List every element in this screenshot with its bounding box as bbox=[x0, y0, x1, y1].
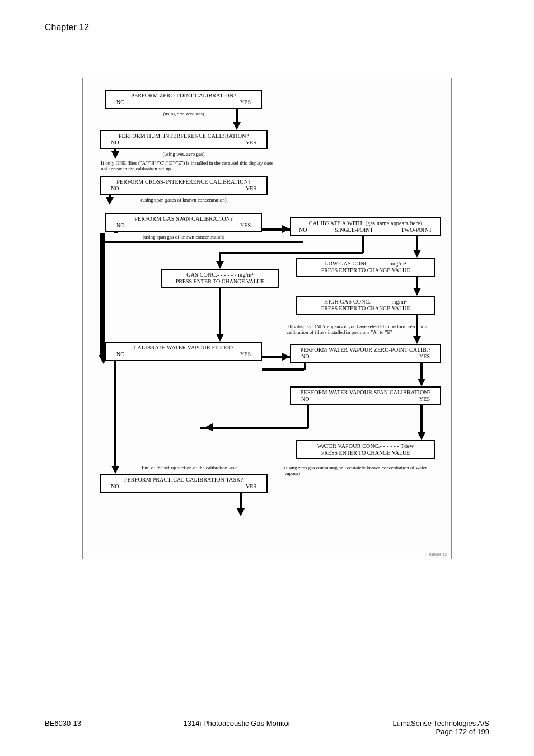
chapter-heading: Chapter 12 bbox=[45, 22, 489, 32]
hum-interference-note: (using wet, zero gas) bbox=[139, 151, 228, 157]
footer-company: LumaSense Technologies A/S bbox=[393, 719, 490, 727]
calibration-flowchart: PERFORM ZERO-POINT CALIBRATION? NO YES (… bbox=[82, 78, 452, 559]
top-rule bbox=[45, 44, 489, 44]
display-only-note: This display ONLY appears if you have se… bbox=[287, 324, 443, 335]
gas-span-question: PERFORM GAS SPAN CALIBRATION? bbox=[106, 214, 261, 222]
arrow-down-icon bbox=[106, 197, 114, 205]
connector-line bbox=[236, 109, 238, 123]
high-gas-conc-label: HIGH GAS CONC.- - - - - - mg/m³ bbox=[297, 297, 434, 305]
gas-span-yes: YES bbox=[240, 222, 251, 228]
wv-conc-note: (using zero gas containing an accurately… bbox=[284, 465, 441, 476]
high-gas-conc-prompt: PRESS ENTER TO CHANGE VALUE bbox=[297, 305, 434, 314]
wv-conc-box: WATER VAPOUR CONC.- - - - - - Tdew PRESS… bbox=[296, 440, 435, 459]
arrow-down-icon bbox=[413, 250, 421, 258]
wv-span-yes: YES bbox=[419, 396, 430, 402]
cross-interference-question: PERFORM CROSS-INTERFERENCE CALIBRATION? bbox=[101, 177, 266, 185]
connector-line bbox=[262, 368, 304, 371]
wv-filter-box: CALIBRATE WATER VAPOUR FILTER? NO YES bbox=[105, 342, 262, 361]
low-gas-conc-prompt: PRESS ENTER TO CHANGE VALUE bbox=[297, 267, 434, 276]
arrow-right-icon bbox=[282, 353, 290, 361]
connector-line bbox=[114, 231, 118, 233]
arrow-down-icon bbox=[418, 432, 425, 440]
gas-span-box: PERFORM GAS SPAN CALIBRATION? NO YES bbox=[105, 213, 262, 232]
gas-conc-prompt: PRESS ENTER TO CHANGE VALUE bbox=[162, 278, 278, 287]
end-setup-note: End of the set-up section of the calibra… bbox=[116, 465, 262, 470]
cross-interference-box: PERFORM CROSS-INTERFERENCE CALIBRATION? … bbox=[100, 176, 268, 195]
wv-conc-prompt: PRESS ENTER TO CHANGE VALUE bbox=[297, 450, 434, 458]
cross-interference-yes: YES bbox=[246, 185, 256, 192]
connector-line bbox=[304, 363, 306, 370]
connector-line bbox=[420, 405, 423, 433]
connector-line bbox=[420, 363, 423, 380]
zero-point-yes: YES bbox=[240, 99, 251, 105]
calibrate-a-two: TWO-POINT bbox=[401, 227, 432, 233]
wv-filter-question: CALIBRATE WATER VAPOUR FILTER? bbox=[106, 343, 261, 351]
practical-yes: YES bbox=[246, 483, 256, 489]
connector-line bbox=[240, 493, 242, 510]
arrow-down-icon bbox=[413, 288, 421, 296]
arrow-left-icon bbox=[205, 423, 213, 431]
footer-doc-id: BE6030-13 bbox=[45, 719, 81, 736]
cross-interference-no: NO bbox=[111, 185, 119, 192]
connector-line bbox=[416, 236, 418, 251]
document-code: 930109_12 bbox=[429, 552, 447, 557]
connector-trunk bbox=[100, 233, 105, 356]
wv-span-box: PERFORM WATER VAPOUR SPAN CALIBRATION? N… bbox=[290, 386, 441, 405]
gas-conc-box: GAS CONC.- - - - - - mg/m³ PRESS ENTER T… bbox=[161, 269, 279, 288]
wv-zero-question: PERFORM WATER VAPOUR ZERO-POINT CALIB.? bbox=[291, 345, 440, 353]
arrow-down-icon bbox=[111, 151, 119, 159]
bottom-rule bbox=[45, 713, 489, 713]
gas-span-note: (using span gas of known concentration) bbox=[128, 234, 240, 240]
wv-conc-label: WATER VAPOUR CONC.- - - - - - Tdew bbox=[297, 441, 434, 450]
arrow-down-icon bbox=[216, 334, 224, 342]
low-gas-conc-label: LOW GAS CONC.- - - - - - mg/m³ bbox=[297, 259, 434, 267]
gas-span-no: NO bbox=[116, 222, 124, 228]
wv-span-no: NO bbox=[301, 396, 309, 402]
wv-filter-yes: YES bbox=[240, 351, 251, 357]
arrow-down-icon bbox=[413, 336, 421, 344]
document-footer: BE6030-13 1314i Photoacoustic Gas Monito… bbox=[45, 719, 489, 736]
footer-page: Page 172 of 199 bbox=[393, 727, 490, 736]
high-gas-conc-box: HIGH GAS CONC.- - - - - - mg/m³ PRESS EN… bbox=[296, 296, 435, 315]
wv-zero-no: NO bbox=[301, 353, 309, 360]
wv-zero-box: PERFORM WATER VAPOUR ZERO-POINT CALIB.? … bbox=[290, 344, 441, 363]
hum-interference-no: NO bbox=[111, 139, 119, 146]
arrow-down-icon bbox=[418, 379, 425, 386]
arrow-right-icon bbox=[282, 225, 290, 233]
low-gas-conc-box: LOW GAS CONC.- - - - - - mg/m³ PRESS ENT… bbox=[296, 258, 435, 277]
gas-conc-label: GAS CONC.- - - - - - mg/m³ bbox=[162, 270, 278, 278]
connector-line bbox=[219, 252, 363, 254]
arrow-down-icon bbox=[233, 122, 241, 130]
wv-span-question: PERFORM WATER VAPOUR SPAN CALIBRATION? bbox=[291, 388, 440, 396]
connector-line bbox=[219, 288, 221, 335]
practical-box: PERFORM PRACTICAL CALIBRATION TASK? NO Y… bbox=[100, 474, 268, 493]
cross-interference-note: (using span gases of known concentration… bbox=[128, 197, 240, 203]
connector-line bbox=[114, 361, 116, 467]
wv-zero-yes: YES bbox=[419, 353, 430, 360]
practical-question: PERFORM PRACTICAL CALIBRATION TASK? bbox=[101, 475, 266, 483]
calibrate-a-single: SINGLE-POINT bbox=[335, 227, 373, 233]
connector-line bbox=[307, 405, 309, 428]
connector-line bbox=[362, 236, 364, 253]
zero-point-question: PERFORM ZERO-POINT CALIBRATION? bbox=[106, 91, 261, 99]
calibrate-a-question: CALIBRATE A WITH: (gas name appears here… bbox=[291, 218, 440, 227]
connector-line bbox=[200, 427, 308, 429]
one-filter-note: If only ONE filter ("A"/"B"/"C"/"D"/"E")… bbox=[101, 160, 274, 171]
zero-point-note: (using dry, zero gas) bbox=[139, 111, 228, 116]
practical-no: NO bbox=[111, 483, 119, 489]
arrow-down-icon bbox=[216, 261, 224, 269]
zero-point-box: PERFORM ZERO-POINT CALIBRATION? NO YES bbox=[105, 90, 262, 109]
arrow-down-icon bbox=[237, 508, 245, 516]
connector-line bbox=[103, 241, 303, 243]
connector-line bbox=[416, 315, 418, 337]
footer-product: 1314i Photoacoustic Gas Monitor bbox=[184, 719, 291, 736]
hum-interference-yes: YES bbox=[246, 139, 256, 146]
zero-point-no: NO bbox=[116, 99, 124, 105]
hum-interference-box: PERFORM HUM. INTERFERENCE CALIBRATION? N… bbox=[100, 130, 268, 149]
calibrate-a-box: CALIBRATE A WITH: (gas name appears here… bbox=[290, 217, 441, 236]
hum-interference-question: PERFORM HUM. INTERFERENCE CALIBRATION? bbox=[101, 131, 266, 139]
connector-line bbox=[416, 277, 418, 289]
wv-filter-no: NO bbox=[116, 351, 124, 357]
calibrate-a-no: NO bbox=[299, 227, 307, 233]
